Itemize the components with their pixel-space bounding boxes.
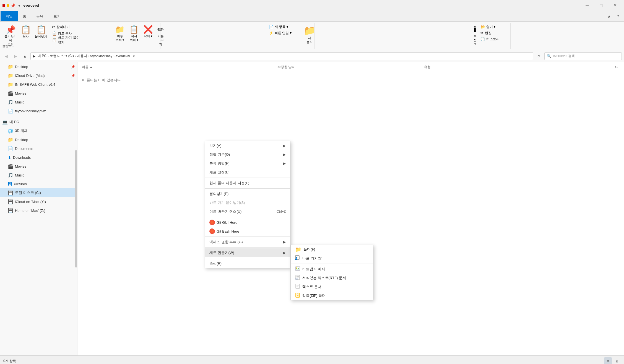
search-box[interactable]: 🔍 everdevel 검색	[544, 52, 622, 60]
sidebar-item-pvm[interactable]: 📄 teyonkindisney.pvm	[0, 106, 77, 115]
crumb-c[interactable]: 로컬 디스크 (C:)	[50, 54, 74, 58]
sidebar-item-music-2[interactable]: 🎵 Music	[0, 171, 77, 180]
address-path[interactable]: ▶ 내 PC › 로컬 디스크 (C:) › 사용자 › teyonkindis…	[30, 52, 533, 60]
history-button[interactable]: 🕐히스토리	[479, 36, 512, 42]
col-size-header[interactable]: 크기	[522, 65, 620, 69]
crumb-users[interactable]: 사용자	[77, 54, 87, 58]
ctx-sort[interactable]: 정렬 기준(O) ▶	[205, 150, 290, 159]
sub-rtf[interactable]: 서식있는 텍스트(RTF) 문서	[291, 274, 373, 282]
sidebar-item-3d[interactable]: 🧊 3D 개체	[0, 126, 77, 135]
crumb-everdevel[interactable]: everdevel	[116, 54, 130, 58]
sidebar-item-documents[interactable]: 📄 Documents	[0, 144, 77, 153]
ctx-git-gui-label: Git GUI Here	[217, 220, 237, 225]
ctx-refresh[interactable]: 새로 고침(E)	[205, 168, 290, 177]
col-type-header[interactable]: 유형	[424, 65, 522, 69]
edit-icon: ✏	[480, 31, 484, 35]
tab-view[interactable]: 보기	[48, 11, 66, 21]
sub-text[interactable]: 텍스트 문서	[291, 282, 373, 291]
sidebar-item-icloud-y[interactable]: 💾 iCloud on 'Mac' (Y:)	[0, 197, 77, 206]
scrollbar-thumb[interactable]	[75, 150, 77, 267]
new-folder-button[interactable]: 📁 새폴더	[301, 24, 318, 45]
ribbon-collapse-button[interactable]: ∧	[605, 12, 613, 20]
ctx-new[interactable]: 새로 만들기(W) ▶	[205, 248, 290, 257]
ctx-customize[interactable]: 현재 폴더 사용자 지정(F)...	[205, 179, 290, 188]
edit-button[interactable]: ✏편집	[479, 30, 512, 36]
sub-zip[interactable]: 압축(ZIP) 폴더	[291, 291, 373, 300]
sidebar-item-icloud-pinned[interactable]: 📁 iCloud Drive (Mac) 📌	[0, 71, 77, 80]
copy-button[interactable]: 📋 복사	[19, 24, 33, 40]
sidebar-item-movies-1[interactable]: 🎬 Movies	[0, 89, 77, 98]
paste-shortcut-button[interactable]: 📋바로 가기 붙여넣기	[50, 37, 84, 43]
ctx-access[interactable]: 액세스 권한 부여 (G) ▶	[205, 238, 290, 246]
ctx-paste[interactable]: 붙여넣기(P)	[205, 189, 290, 198]
move-to-button[interactable]: 📁 이동위치 ▾	[113, 24, 127, 43]
sidebar-item-desktop-pinned[interactable]: 📁 Desktop 📌	[0, 62, 77, 71]
tab-file[interactable]: 파일	[1, 11, 18, 21]
list-view-button[interactable]: ⊞	[613, 357, 621, 364]
svg-rect-7	[296, 284, 300, 288]
crumb-user[interactable]: teyonkindisney	[90, 54, 112, 58]
sidebar-item-pictures[interactable]: 🖼 Pictures	[0, 180, 77, 188]
ctx-customize-label: 현재 폴더 사용자 지정(F)...	[209, 181, 252, 186]
ctx-new-label: 새로 만들기(W)	[209, 250, 234, 255]
back-button[interactable]: ◀	[2, 52, 10, 60]
tab-share[interactable]: 공유	[31, 11, 48, 21]
copy-to-button[interactable]: 📋 복사위치 ▾	[127, 24, 141, 43]
cut-button[interactable]: ✂잘라내기	[50, 24, 84, 30]
new-item-button[interactable]: 📄새 항목 ▾	[267, 24, 300, 30]
ribbon-help-button[interactable]: ?	[614, 12, 622, 20]
col-date-header[interactable]: 수정한 날짜	[277, 65, 424, 69]
sidebar-item-desktop[interactable]: 📁 Desktop	[0, 135, 77, 144]
refresh-button[interactable]: ↻	[535, 52, 543, 60]
rename-button[interactable]: ✏ 이름바꾸기	[155, 24, 166, 48]
ctx-view-arrow: ▶	[283, 144, 286, 148]
rename-icon: ✏	[157, 25, 164, 34]
sidebar-item-mypc[interactable]: 💻 내 PC	[0, 118, 77, 126]
move-to-label: 이동위치 ▾	[116, 34, 124, 42]
address-dropdown[interactable]: ▾	[130, 52, 138, 60]
crumb-mypc[interactable]: 내 PC	[38, 54, 46, 58]
ctx-group-arrow: ▶	[283, 162, 286, 165]
delete-button[interactable]: ❌ 삭제 ▾	[141, 24, 155, 39]
sub-folder[interactable]: 📁 폴더(F)	[291, 245, 373, 254]
sidebar-item-music-1[interactable]: 🎵 Music	[0, 98, 77, 106]
up-button[interactable]: ▲	[21, 52, 29, 60]
ctx-git-bash[interactable]: Git Bash Here	[205, 227, 290, 236]
paste-button[interactable]: 📋 붙여넣기	[33, 24, 49, 40]
docs-icon: 📄	[8, 146, 13, 151]
sidebar-item-downloads[interactable]: ⬇ Downloads	[0, 153, 77, 162]
movies-icon: 🎬	[8, 91, 13, 96]
open-stack: 📂열기 ▾ ✏편집 🕐히스토리	[479, 24, 512, 42]
close-button[interactable]: ✕	[608, 0, 622, 11]
dropdown-arrow[interactable]: ▼	[17, 3, 21, 8]
pin-icon: 📌	[6, 25, 16, 35]
sidebar-item-inisafe[interactable]: 📁 INISAFE Web Client v6.4	[0, 80, 77, 89]
open-button[interactable]: 📂열기 ▾	[479, 24, 512, 30]
ctx-group[interactable]: 분류 방법(P) ▶	[205, 159, 290, 168]
sidebar-item-local-disk[interactable]: 💾 로컬 디스크 (C:)	[0, 188, 77, 197]
tab-home[interactable]: 홈	[18, 11, 31, 21]
maximize-button[interactable]: □	[594, 0, 608, 11]
forward-button[interactable]: ▶	[12, 52, 19, 60]
sub-bitmap[interactable]: 비트맵 이미지	[291, 265, 373, 274]
details-view-button[interactable]: ≡	[604, 357, 612, 364]
ctx-properties[interactable]: 속성(R)	[205, 259, 290, 268]
ctx-git-gui[interactable]: Git GUI Here	[205, 218, 290, 227]
home-z-icon: 💾	[8, 208, 13, 213]
minimize-button[interactable]: ─	[580, 0, 594, 11]
quick-access-button[interactable]: ⚡빠른 연결 ▾	[267, 30, 300, 36]
ctx-view[interactable]: 보기(V) ▶	[205, 141, 290, 150]
col-name-header[interactable]: 이름 ▲	[82, 65, 277, 69]
search-placeholder: everdevel 검색	[553, 54, 575, 58]
quick-access-pin[interactable]: 📌	[11, 3, 15, 8]
sidebar-item-movies-2[interactable]: 🎬 Movies	[0, 162, 77, 171]
properties-button[interactable]: ℹ 속성 ▾	[471, 24, 479, 47]
ctx-paste-shortcut[interactable]: 바로 가기 붙여넣기(S)	[205, 198, 290, 207]
ctx-undo-rename[interactable]: 이름 바꾸기 취소(U) Ctrl+Z	[205, 207, 290, 216]
title-bar-icons: ■ ■ 📌 ▼	[2, 2, 21, 8]
git-gui-icon	[209, 220, 215, 225]
svg-rect-1	[295, 259, 297, 260]
sidebar-item-home-z[interactable]: 💾 Home on 'Mac' (Z:)	[0, 206, 77, 215]
sub-shortcut[interactable]: 바로 가기(S)	[291, 254, 373, 263]
sub-shortcut-icon	[295, 255, 300, 262]
